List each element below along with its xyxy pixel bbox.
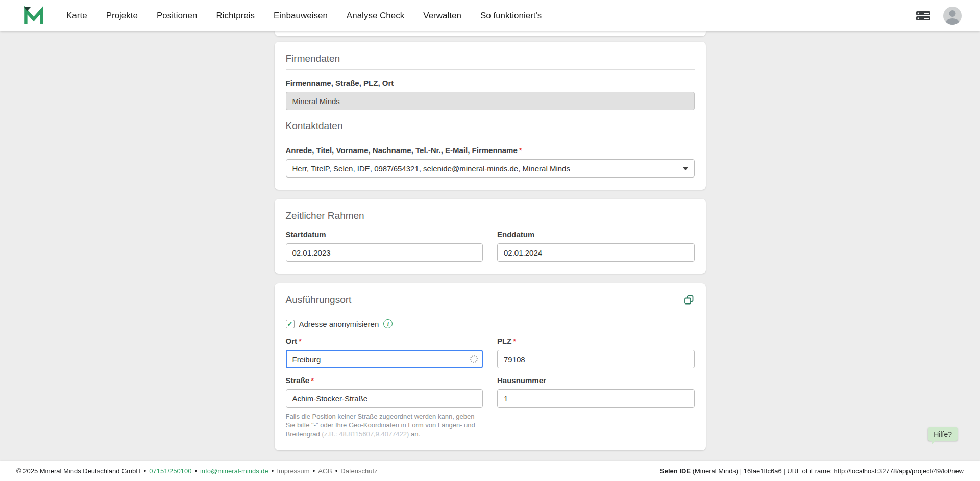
kontaktdaten-title: Kontaktdaten (286, 120, 695, 132)
startdatum-input[interactable] (286, 243, 483, 262)
required-marker: * (519, 146, 522, 155)
zeitlicher-rahmen-title: Zeitlicher Rahmen (286, 210, 695, 221)
company-input (286, 92, 695, 110)
hausnummer-label: Hausnummer (497, 375, 695, 385)
company-label: Firmenname, Straße, PLZ, Ort (286, 78, 695, 88)
avatar-person-icon (949, 10, 956, 17)
required-marker: * (311, 376, 314, 385)
firmendaten-card: Firmendaten Firmenname, Straße, PLZ, Ort… (275, 42, 706, 190)
nav-analyse-check[interactable]: Analyse Check (347, 11, 404, 21)
hint-example: (z.B.: 48.8115607,9.4077422) (322, 430, 409, 438)
footer: © 2025 Mineral Minds Deutschland GmbH • … (0, 461, 980, 481)
agb-link[interactable]: AGB (318, 467, 332, 475)
footer-separator: • (313, 467, 315, 475)
footer-separator: • (335, 467, 338, 475)
strasse-input[interactable] (286, 389, 483, 408)
avatar-person-icon (946, 18, 959, 25)
anonymize-checkbox[interactable]: ✓ (286, 320, 295, 328)
zeitlicher-rahmen-card: Zeitlicher Rahmen Startdatum Enddatum (275, 199, 706, 274)
footer-separator: • (144, 467, 146, 475)
user-avatar[interactable] (943, 7, 962, 25)
strasse-label: Straße* (286, 375, 483, 385)
debug-info-app: Selen IDE (660, 467, 691, 475)
check-icon: ✓ (287, 321, 293, 327)
chevron-down-icon (683, 167, 688, 170)
phone-link[interactable]: 07151/250100 (149, 467, 191, 475)
page-content: Firmendaten Firmenname, Straße, PLZ, Ort… (0, 31, 980, 461)
ausfuehrungsort-title: Ausführungsort (286, 294, 352, 306)
plz-label: PLZ* (497, 336, 695, 346)
nav-richtpreis[interactable]: Richtpreis (216, 11, 255, 21)
main-nav: Karte Projekte Positionen Richtpreis Ein… (66, 11, 916, 21)
copy-icon[interactable] (683, 294, 695, 306)
divider (286, 69, 695, 70)
nav-projekte[interactable]: Projekte (106, 11, 138, 21)
plz-input[interactable] (497, 350, 695, 368)
enddatum-label: Enddatum (497, 230, 695, 239)
plz-label-text: PLZ (497, 337, 511, 345)
help-button[interactable]: Hilfe? (928, 427, 958, 441)
ort-label-text: Ort (286, 337, 298, 345)
strasse-hint: Falls die Position keiner Straße zugeord… (286, 412, 483, 438)
loading-spinner-icon (470, 355, 478, 363)
divider (286, 311, 695, 311)
hint-suffix: an. (409, 430, 420, 438)
startdatum-label: Startdatum (286, 230, 483, 239)
firmendaten-title: Firmendaten (286, 53, 695, 64)
strasse-label-text: Straße (286, 376, 310, 385)
nav-positionen[interactable]: Positionen (157, 11, 197, 21)
navbar-right (916, 7, 967, 25)
ort-label: Ort* (286, 336, 483, 346)
nav-so-funktionierts[interactable]: So funktioniert's (480, 11, 542, 21)
contact-label-text: Anrede, Titel, Vorname, Nachname, Tel.-N… (286, 146, 518, 155)
debug-info-rest: (Mineral Minds) | 16fae1ffc6a6 | URL of … (691, 467, 964, 475)
nav-einbauweisen[interactable]: Einbauweisen (274, 11, 328, 21)
divider (286, 137, 695, 137)
nav-karte[interactable]: Karte (66, 11, 87, 21)
datenschutz-link[interactable]: Datenschutz (340, 467, 377, 475)
contact-label: Anrede, Titel, Vorname, Nachname, Tel.-N… (286, 145, 695, 155)
enddatum-input[interactable] (497, 243, 695, 262)
contact-select[interactable]: Herr, TitelP, Selen, IDE, 0987/654321, s… (286, 159, 695, 178)
contact-select-value: Herr, TitelP, Selen, IDE, 0987/654321, s… (292, 164, 570, 173)
impressum-link[interactable]: Impressum (277, 467, 309, 475)
mineral-minds-logo-icon[interactable] (22, 5, 45, 27)
copyright-text: © 2025 Mineral Minds Deutschland GmbH (16, 467, 141, 475)
ort-input[interactable] (286, 350, 483, 368)
previous-card-clipped (275, 31, 706, 36)
top-navbar: Karte Projekte Positionen Richtpreis Ein… (0, 0, 980, 31)
footer-separator: • (194, 467, 197, 475)
email-link[interactable]: info@mineral-minds.de (200, 467, 268, 475)
hausnummer-input[interactable] (497, 389, 695, 408)
footer-separator: • (272, 467, 274, 475)
debug-info: Selen IDE (Mineral Minds) | 16fae1ffc6a6… (660, 467, 964, 475)
ausfuehrungsort-card: Ausführungsort ✓ Adresse anonymisieren i (275, 283, 706, 450)
anonymize-label: Adresse anonymisieren (299, 320, 379, 328)
nav-verwalten[interactable]: Verwalten (423, 11, 461, 21)
server-icon[interactable] (916, 10, 931, 21)
info-icon[interactable]: i (383, 319, 393, 328)
required-marker: * (513, 337, 516, 345)
required-marker: * (299, 337, 302, 345)
